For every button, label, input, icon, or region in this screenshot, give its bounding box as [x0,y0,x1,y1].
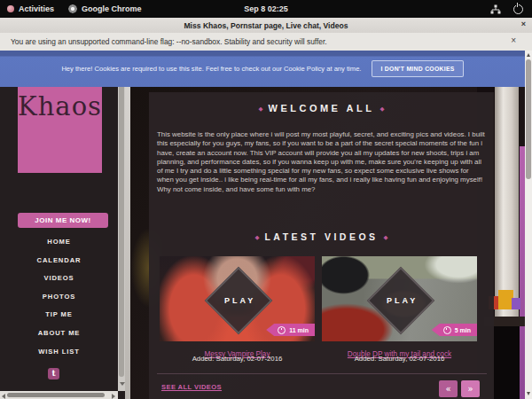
flag-warning-bar: You are using an unsupported command-lin… [0,33,532,51]
section-divider [157,373,487,374]
clock-icon [278,326,286,334]
sidebar-item-home[interactable]: HOME [0,233,118,252]
flag-warning-message: You are using an unsupported command-lin… [0,37,327,46]
scroll-left-icon[interactable] [2,394,5,399]
video-added-1: Added: Saturday, 02-07-2016 [160,355,315,363]
video-thumbnail-2[interactable]: PLAY 5 min [322,256,477,341]
sidebar-item-photos[interactable]: PHOTOS [0,288,118,307]
video-added-2: Added: Saturday, 02-07-2016 [322,355,477,363]
latest-videos-heading: ◆LATEST VIDEOS◆ [149,231,494,242]
pager-next-button[interactable]: » [461,380,480,397]
duration-text: 11 min [289,327,309,333]
pager-prev-button[interactable]: « [439,380,458,397]
duration-text: 5 min [455,327,471,333]
diamond-icon: ◆ [254,106,269,113]
welcome-heading-text: WELCOME ALL [269,103,375,113]
cookie-message: Hey there! Cookies are required to use t… [61,65,361,73]
sidebar-item-wish-list[interactable]: WISH LIST [0,343,118,362]
main-vertical-scrollbar-thumb[interactable] [526,59,531,179]
play-button[interactable]: PLAY [205,267,272,334]
sidebar-nav: HOME CALENDAR VIDEOS PHOTOS TIP ME ABOUT… [0,233,118,361]
see-all-videos-link[interactable]: SEE ALL VIDEOS [161,383,222,391]
sidebar-vertical-scrollbar-thumb[interactable] [119,52,124,377]
power-icon[interactable] [513,4,523,14]
twitter-icon[interactable]: t [48,368,59,379]
network-icon[interactable] [490,4,501,14]
sidebar-horizontal-scrollbar-thumb[interactable] [7,393,105,397]
content-panel: ◆WELCOME ALL◆ This website is the only p… [149,92,494,399]
app-menu-button[interactable]: Google Chrome [61,0,149,18]
activities-icon [7,5,14,12]
scroll-right-icon[interactable] [112,394,115,399]
sidebar-item-calendar[interactable]: CALENDAR [0,252,118,270]
diamond-icon: ◆ [374,106,389,113]
duration-badge: 11 min [266,324,315,336]
diamond-icon: ◆ [379,234,394,241]
welcome-heading: ◆WELCOME ALL◆ [149,103,494,113]
play-button[interactable]: PLAY [367,267,434,334]
scroll-up-icon[interactable] [527,53,530,57]
sidebar-item-about-me[interactable]: ABOUT ME [0,325,118,343]
sidebar-item-tip-me[interactable]: TIP ME [0,306,118,325]
system-top-bar: Activities Google Chrome Sep 8 02:25 [0,0,532,18]
infobar-close-button[interactable]: × [511,35,516,45]
play-label: PLAY [222,296,255,305]
browser-viewport: Miss Khaos JOIN ME NOW! HOME CALENDAR VI… [0,51,532,399]
chrome-icon [68,4,77,13]
play-label: PLAY [384,296,418,305]
scroll-down-icon[interactable] [120,382,125,386]
activities-label: Activities [19,4,54,13]
sidebar-frame: Miss Khaos JOIN ME NOW! HOME CALENDAR VI… [0,51,125,399]
latest-videos-heading-text: LATEST VIDEOS [264,231,378,242]
app-menu-label: Google Chrome [82,4,142,13]
sidebar-item-videos[interactable]: VIDEOS [0,270,118,288]
scroll-down-icon[interactable] [527,392,530,395]
join-me-now-button[interactable]: JOIN ME NOW! [18,213,108,228]
window-close-button[interactable]: × [521,20,526,28]
window-title: Miss Khaos, Pornstar page, Live chat, Vi… [184,21,348,30]
video-thumbnail-1[interactable]: PLAY 11 min [160,256,315,341]
cookie-banner: Hey there! Cookies are required to use t… [0,51,525,87]
clock-icon [443,326,451,334]
window-titlebar: Miss Khaos, Pornstar page, Live chat, Vi… [0,18,532,34]
diamond-icon: ◆ [249,234,264,241]
welcome-paragraph: This website is the only place where i w… [157,130,487,194]
cookie-accept-button[interactable]: I DON'T MIND COOKIES [372,60,463,77]
background-gift-purple [512,298,520,309]
screen: Activities Google Chrome Sep 8 02:25 Mis… [0,0,532,399]
activities-button[interactable]: Activities [0,0,61,18]
system-tray [490,4,532,14]
background-window-frame [495,86,519,324]
logo-line2: Khaos [18,91,102,121]
duration-badge: 5 min [432,324,477,336]
